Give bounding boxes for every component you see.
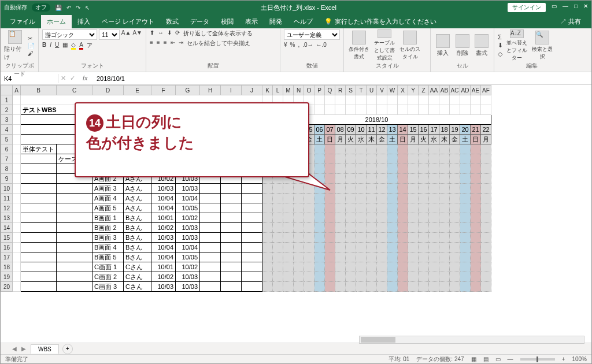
inc-dec-icon[interactable]: .0→ [302,42,313,48]
redo-icon[interactable]: ↷ [76,5,80,11]
title-bar: 自動保存 オフ 💾 ↶ ↷ ↖ 土日色付け_列.xlsx - Excel サイン… [1,1,591,14]
copy-icon[interactable]: 📄 [28,43,35,49]
tab-home[interactable]: ホーム [41,15,72,28]
cond-format-button[interactable]: 条件付き書式 [347,29,371,62]
insert-cells-button[interactable]: 挿入 [434,29,452,62]
insert-icon [436,34,450,48]
border-icon[interactable]: ▦ [62,42,68,50]
tab-review[interactable]: 校閲 [215,15,239,28]
group-style-label: スタイル [347,62,427,70]
font-color-icon[interactable]: A [79,42,83,50]
tab-dev[interactable]: 開発 [264,15,288,28]
sheet-tab-wbs[interactable]: WBS [31,344,59,354]
tab-nav-next-icon[interactable]: ▶ [21,346,26,352]
new-sheet-button[interactable]: + [62,344,73,354]
phonetic-icon[interactable]: ア [87,42,92,50]
tab-nav-prev-icon[interactable]: ◀ [12,346,17,352]
align-bot-icon[interactable]: ⬇ [167,29,172,38]
find-icon: 🔍 [535,31,549,44]
orient-icon[interactable]: ⟳ [175,29,180,38]
align-right-icon[interactable]: ≡ [164,39,167,47]
tell-me-label: 実行したい作業を入力してください [335,17,436,26]
paste-icon: 📋 [8,30,22,44]
name-box[interactable]: K4 [1,74,58,83]
fill-icon[interactable]: ⬇ [498,42,503,49]
number-format[interactable]: ユーザー定義 [284,29,340,40]
tab-formula[interactable]: 数式 [160,15,184,28]
view-normal-icon[interactable]: ▦ [471,356,476,362]
cell-style-icon [403,31,417,44]
status-count: データの個数: 247 [416,355,464,363]
find-button[interactable]: 🔍検索と選択 [531,29,554,62]
grow-font-icon[interactable]: A▲ [121,29,131,40]
align-left-icon[interactable]: ≡ [150,39,153,47]
zoom-in-icon[interactable]: + [562,356,565,362]
tab-layout[interactable]: ページ レイアウト [96,15,160,28]
share-button[interactable]: ↗ 共有 [554,15,587,28]
cell-style-button[interactable]: セルのスタイル [398,29,421,62]
tab-insert[interactable]: 挿入 [72,15,96,28]
minimize-icon[interactable]: — [563,3,568,12]
dec-dec-icon[interactable]: ←.0 [316,42,327,48]
ribbon-tabs: ファイル ホーム 挿入 ページ レイアウト 数式 データ 校閲 表示 開発 ヘル… [1,14,591,28]
tab-view[interactable]: 表示 [239,15,264,28]
font-size[interactable]: 11 [99,29,120,40]
tab-data[interactable]: データ [184,15,215,28]
cursor-icon[interactable]: ↖ [85,5,90,11]
painter-icon[interactable]: 🖌 [28,50,35,57]
fx-icon[interactable]: fx [79,75,91,82]
autosum-icon[interactable]: Σ [498,34,503,40]
format-icon [475,34,489,48]
comma-icon[interactable]: , [298,42,299,48]
underline-button[interactable]: U [55,42,59,50]
close-icon[interactable]: ✕ [583,3,588,12]
paste-button[interactable]: 📋貼り付け [4,29,25,62]
zoom-level[interactable]: 100% [572,356,587,362]
italic-button[interactable]: I [50,42,51,50]
font-name[interactable]: 游ゴシック [42,29,97,40]
align-top-icon[interactable]: ⬆ [150,29,154,38]
align-center-icon[interactable]: ≡ [157,39,160,47]
zoom-out-icon[interactable]: — [508,356,513,362]
delete-cells-button[interactable]: 削除 [454,29,471,62]
indent-inc-icon[interactable]: ⇥ [179,39,183,47]
save-icon[interactable]: 💾 [55,5,62,11]
table-format-button[interactable]: テーブルとして書式設定 [373,29,396,62]
ribbon-opts-icon[interactable]: ▭ [552,3,557,12]
signin-button[interactable]: サインイン [508,3,546,12]
maximize-icon[interactable]: □ [574,3,578,12]
undo-icon[interactable]: ↶ [66,5,71,11]
merge-button[interactable]: セルを結合して中央揃え [187,39,250,47]
fill-color-icon[interactable]: ◇ [71,42,76,50]
zoom-slider[interactable] [520,358,555,361]
tab-help[interactable]: ヘルプ [288,15,319,28]
enter-fx-icon[interactable]: ✓ [70,75,75,82]
percent-icon[interactable]: % [290,42,295,48]
cancel-fx-icon[interactable]: ✕ [61,75,66,82]
formula-input[interactable]: 2018/10/1 [93,74,591,83]
currency-icon[interactable]: ¥ [284,42,287,48]
bold-button[interactable]: B [42,42,46,50]
clear-icon[interactable]: ◇ [498,50,503,58]
callout-line1: 土日の列に [106,113,182,131]
format-cells-button[interactable]: 書式 [473,29,490,62]
scroll-thumb[interactable] [361,337,395,343]
indent-dec-icon[interactable]: ⇤ [171,39,175,47]
formula-bar: K4 ✕✓fx 2018/10/1 [1,72,591,85]
shrink-font-icon[interactable]: A▼ [132,29,142,40]
callout-line2: 色が付きました [86,134,194,151]
sort-icon: A↓Z [510,29,524,38]
cut-icon[interactable]: ✂ [28,35,35,42]
sort-filter-button[interactable]: A↓Z並べ替えとフィルター [505,29,528,62]
status-avg: 平均: 01 [388,355,410,363]
view-layout-icon[interactable]: ▤ [483,356,489,362]
autosave-toggle[interactable]: オフ [32,3,50,12]
view-break-icon[interactable]: ▭ [495,356,501,362]
wrap-text-button[interactable]: 折り返して全体を表示する [183,29,253,38]
horizontal-scrollbar[interactable] [359,336,584,344]
table-format-icon [378,29,391,38]
group-align-label: 配置 [150,62,276,70]
tell-me[interactable]: 💡実行したい作業を入力してください [319,15,442,28]
tab-file[interactable]: ファイル [4,15,41,28]
align-mid-icon[interactable]: ↔ [158,29,164,38]
